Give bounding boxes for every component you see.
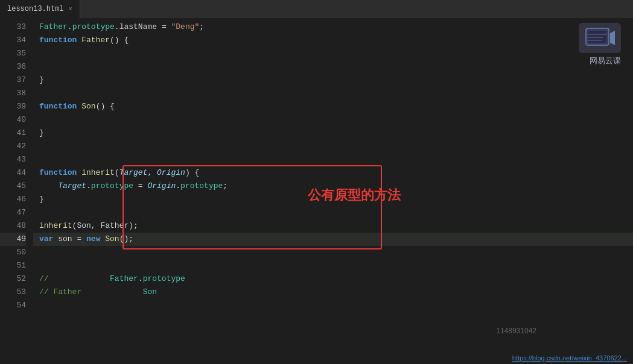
annotation-text: 公有原型的方法 bbox=[308, 186, 401, 204]
code-line bbox=[33, 87, 633, 100]
logo-icon bbox=[579, 23, 621, 53]
line-number: 34 bbox=[0, 34, 26, 47]
code-line bbox=[33, 140, 633, 153]
line-number: 47 bbox=[0, 206, 26, 219]
code-line: // Father Son bbox=[33, 286, 633, 299]
editor: 3334353637383940414243444546474849505152… bbox=[0, 18, 633, 364]
line-number: 35 bbox=[0, 47, 26, 60]
svg-marker-1 bbox=[610, 31, 615, 45]
line-number: 37 bbox=[0, 74, 26, 87]
code-line bbox=[33, 206, 633, 219]
line-number: 46 bbox=[0, 193, 26, 206]
line-number: 45 bbox=[0, 180, 26, 193]
line-number: 44 bbox=[0, 166, 26, 180]
line-number: 41 bbox=[0, 127, 26, 140]
code-line bbox=[33, 246, 633, 259]
svg-rect-2 bbox=[588, 31, 606, 43]
line-number: 38 bbox=[0, 87, 26, 100]
line-number: 54 bbox=[0, 299, 26, 312]
code-line: inherit(Son, Father); bbox=[33, 219, 633, 233]
url-watermark: https://blog.csdn.net/weixin_4370622... bbox=[512, 354, 627, 362]
watermark-number: 1148931042 bbox=[496, 327, 536, 335]
line-number: 51 bbox=[0, 259, 26, 272]
code-line: function Father() { bbox=[33, 34, 633, 47]
code-line: function inherit(Target, Origin) { bbox=[33, 166, 633, 180]
code-line: Father.prototype.lastName = "Deng"; bbox=[33, 20, 633, 34]
line-number: 40 bbox=[0, 113, 26, 127]
line-number: 43 bbox=[0, 153, 26, 166]
line-numbers: 3334353637383940414243444546474849505152… bbox=[0, 18, 33, 364]
tab-close-button[interactable]: × bbox=[69, 6, 72, 13]
watermark-brand: 网易云课 bbox=[590, 55, 621, 66]
line-number: 52 bbox=[0, 272, 26, 286]
line-number: 53 bbox=[0, 286, 26, 299]
watermark-logo: 网易云课 bbox=[579, 23, 621, 66]
code-line: } bbox=[33, 74, 633, 87]
tab-label: lesson13.html bbox=[7, 5, 64, 13]
code-line: // Father.prototype bbox=[33, 272, 633, 286]
tab-bar: lesson13.html × bbox=[0, 0, 633, 18]
code-line bbox=[33, 113, 633, 127]
line-number: 42 bbox=[0, 140, 26, 153]
code-line bbox=[33, 153, 633, 166]
code-line: var son = new Son(); bbox=[33, 233, 633, 246]
code-line bbox=[33, 299, 633, 312]
code-line: } bbox=[33, 127, 633, 140]
code-line bbox=[33, 259, 633, 272]
line-number: 36 bbox=[0, 60, 26, 74]
code-line bbox=[33, 60, 633, 74]
code-area[interactable]: Father.prototype.lastName = "Deng";funct… bbox=[33, 18, 633, 364]
line-number: 48 bbox=[0, 219, 26, 233]
line-number: 50 bbox=[0, 246, 26, 259]
code-line: function Son() { bbox=[33, 100, 633, 113]
line-number: 49 bbox=[0, 233, 26, 246]
line-number: 39 bbox=[0, 100, 26, 113]
code-line bbox=[33, 47, 633, 60]
line-number: 33 bbox=[0, 20, 26, 34]
editor-tab[interactable]: lesson13.html × bbox=[0, 0, 80, 18]
